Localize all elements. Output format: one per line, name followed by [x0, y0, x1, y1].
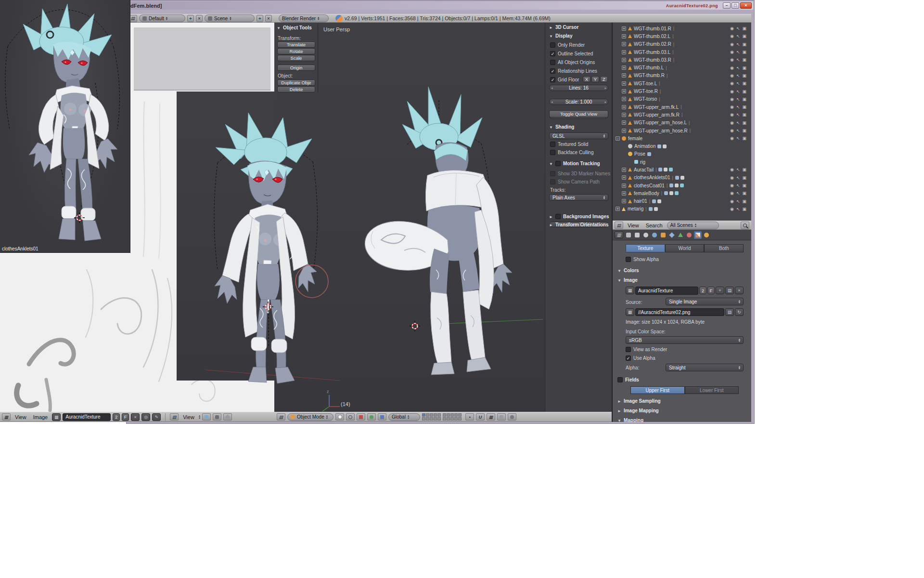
outliner-row[interactable]: +clothesAnklets01|◉↖▣ [613, 174, 751, 182]
snap-element-icon[interactable]: ▦ [487, 413, 495, 420]
outliner-row[interactable]: +WGT-thumb.R|◉↖▣ [613, 72, 751, 79]
outliner-item-label[interactable]: WGT-thumb.02.R [634, 41, 671, 47]
editor-type-icon[interactable]: ▤ [615, 222, 623, 229]
outliner-row[interactable]: +WGT-torso|◉↖▣ [613, 95, 751, 103]
restrict-icons[interactable]: ◉↖▣ [730, 34, 751, 39]
open-image-icon[interactable] [725, 287, 734, 294]
panel-header-image-mapping[interactable]: Image Mapping [617, 408, 659, 413]
restrict-icons[interactable]: ◉↖▣ [730, 89, 751, 94]
outliner-row[interactable]: +rig [613, 158, 751, 166]
outliner-row[interactable]: +Pose [613, 150, 751, 158]
restrict-icons[interactable]: ◉↖▣ [730, 42, 751, 47]
outliner-row[interactable]: +WGT-upper_arm_hose.L|◉↖▣ [613, 119, 751, 127]
outliner-row[interactable]: +Animation [613, 142, 751, 150]
outliner-item-label[interactable]: Animation [634, 144, 655, 149]
add-scene-button[interactable] [257, 15, 263, 22]
outliner-item-label[interactable]: metarig [628, 206, 643, 211]
display-mode-icon[interactable] [223, 413, 232, 420]
image-menu[interactable]: Image [31, 414, 51, 420]
expander-icon[interactable]: + [622, 81, 626, 86]
render-opengl-icon[interactable] [497, 413, 506, 420]
expander-icon[interactable]: + [622, 58, 626, 62]
rotate-button[interactable]: Rotate [277, 48, 315, 54]
scene-selector[interactable]: Scene [205, 14, 255, 22]
scale-manipulator-icon[interactable] [378, 413, 386, 420]
scale-button[interactable]: Scale [277, 55, 315, 61]
delete-scene-button[interactable] [265, 15, 272, 22]
outline-selected-checkbox[interactable] [550, 51, 555, 56]
outliner-item-label[interactable]: rig [640, 159, 645, 165]
motion-tracking-checkbox[interactable] [555, 161, 561, 166]
toggle-quad-view-button[interactable]: Toggle Quad View [549, 110, 608, 118]
restrict-icons[interactable]: ◉↖▣ [730, 66, 751, 70]
grid-lines-slider[interactable]: ◂Lines: 16▸ [549, 85, 608, 91]
expander-icon[interactable]: + [622, 199, 626, 203]
window-titlebar[interactable]: idFem.blend] AuracnidTexture02.png [128, 1, 753, 10]
edit-icon[interactable] [152, 413, 161, 421]
editor-type-icon[interactable]: ▧ [277, 413, 285, 420]
restrict-icons[interactable]: ◉↖▣ [730, 191, 751, 196]
outliner-item-label[interactable]: WGT-thumb.R [634, 73, 665, 78]
outliner-item-label[interactable]: AuracTail [634, 167, 654, 172]
view-menu[interactable]: View [13, 414, 29, 420]
mode-dropdown[interactable]: Object Mode [287, 413, 334, 421]
outliner-row[interactable]: +AuracTail|◉↖▣ [613, 166, 751, 173]
panel-header-mapping[interactable]: Mapping [617, 418, 643, 422]
lock-icon[interactable]: ▪ [465, 413, 474, 420]
outliner-item-label[interactable]: WGT-upper_arm_hose.L [634, 120, 687, 125]
outliner-item-label[interactable]: WGT-toe.L [634, 81, 657, 86]
outliner-row[interactable]: +WGT-upper_arm.fk.R|◉↖▣ [613, 111, 751, 118]
browse-file-icon[interactable] [725, 308, 734, 316]
outliner-item-label[interactable]: WGT-upper_arm_hose.R [634, 128, 688, 133]
render-engine-selector[interactable]: Blender Render [279, 14, 329, 22]
grid-floor-checkbox[interactable] [550, 77, 555, 82]
outliner-item-label[interactable]: WGT-upper_arm.fk.R [634, 112, 680, 118]
expander-icon[interactable]: + [622, 42, 626, 46]
colorspace-dropdown[interactable]: sRGB [626, 336, 744, 344]
view-as-render-checkbox[interactable] [626, 347, 631, 352]
expander-icon[interactable]: + [622, 50, 626, 54]
translate-manipulator-icon[interactable] [357, 413, 365, 420]
outliner-row[interactable]: +femaleBody|◉↖▣ [613, 189, 751, 197]
view-menu[interactable]: View [180, 414, 197, 420]
editor-type-icon[interactable]: ▦ [2, 413, 11, 420]
expander-icon[interactable]: + [622, 175, 626, 180]
panel-header-colors[interactable]: Colors [617, 268, 639, 273]
panel-header-background-images[interactable]: Background Images [549, 214, 609, 219]
unlink-icon[interactable]: × [131, 413, 140, 421]
restrict-icons[interactable]: ◉↖▣ [730, 199, 751, 204]
image-datablock-field[interactable]: AuracnidTexture [63, 413, 111, 421]
restrict-icons[interactable]: ◉↖▣ [730, 175, 751, 180]
tab-scene[interactable] [642, 231, 650, 239]
outliner-row[interactable]: +WGT-upper_arm.fk.L|◉↖▣ [613, 103, 751, 111]
expander-icon[interactable]: + [622, 73, 626, 78]
tab-render_layers[interactable] [633, 231, 641, 239]
fake-user-button[interactable]: F [707, 287, 715, 294]
users-count-button[interactable]: 2 [113, 413, 120, 421]
outliner-row[interactable]: +WGT-thumb.03.L|◉↖▣ [613, 48, 751, 56]
lower-first-button[interactable]: Lower First [685, 386, 739, 394]
orientation-dropdown[interactable]: Global [388, 413, 420, 421]
tab-material[interactable] [685, 231, 693, 239]
reload-icon[interactable] [735, 308, 744, 316]
upper-first-button[interactable]: Upper First [630, 386, 685, 394]
screen-layout-selector[interactable]: Default [139, 14, 185, 22]
close-button[interactable] [740, 2, 752, 9]
outliner-item-label[interactable]: WGT-thumb.03.L [634, 50, 670, 55]
restrict-icons[interactable]: ◉↖▣ [730, 207, 751, 211]
outliner-item-label[interactable]: WGT-thumb.L [634, 65, 664, 70]
expander-icon[interactable]: + [622, 66, 626, 70]
use-alpha-checkbox[interactable] [626, 355, 631, 361]
show-alpha-checkbox[interactable] [626, 257, 631, 262]
outliner-row[interactable]: +WGT-thumb.02.L|◉↖▣ [613, 32, 751, 40]
delete-layout-button[interactable] [196, 15, 203, 22]
tracks-display-dropdown[interactable]: Plain Axes [549, 194, 608, 201]
relationship-lines-checkbox[interactable] [550, 68, 555, 74]
panel-header-shading[interactable]: Shading [549, 124, 574, 130]
outliner-row[interactable]: +WGT-upper_arm_hose.R|◉↖▣ [613, 127, 751, 134]
outliner-item-label[interactable]: Pose [634, 151, 645, 157]
editor-type-icon[interactable]: ▥ [615, 231, 623, 238]
pin-icon[interactable] [141, 413, 150, 421]
unlink-icon[interactable]: × [735, 287, 744, 294]
tab-object[interactable] [659, 231, 667, 239]
